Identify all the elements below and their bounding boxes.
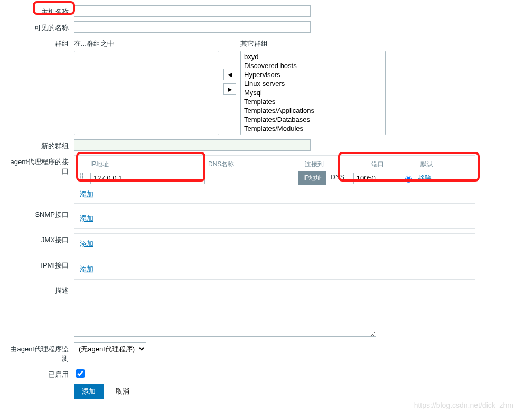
ipmi-label: IPMI接口 [5,259,74,270]
dns-input[interactable] [204,173,294,184]
add-agent-iface-link[interactable]: 添加 [80,189,93,199]
description-label: 描述 [5,284,74,295]
default-header: 默认 [420,160,447,169]
default-radio[interactable] [405,176,412,183]
watermark: https://blog.csdn.net/dick_zhm [414,401,513,409]
in-groups-listbox[interactable] [74,51,219,135]
move-right-button[interactable]: ▶ [223,83,236,95]
new-group-label: 新的群组 [5,139,74,151]
ipmi-box: 添加 [74,259,475,280]
connect-to-toggle[interactable]: IP地址 DNS [298,171,349,185]
agent-iface-box: IP地址 DNS名称 连接到 端口 默认 ⠿⠿ IP地址 DNS 移除 添加 [74,155,475,204]
monitored-by-label: 由agent代理程序监测 [5,342,74,364]
hostname-input[interactable] [74,5,311,17]
other-groups-title: 其它群组 [240,37,386,49]
description-textarea[interactable] [74,284,376,337]
snmp-label: SNMP接口 [5,208,74,219]
group-option[interactable]: Templates/Applications [242,106,384,115]
hostname-label: 主机名称 [5,5,74,17]
visible-name-label: 可见的名称 [5,21,74,33]
group-option[interactable]: Templates/Databases [242,115,384,124]
remove-iface-link[interactable]: 移除 [418,174,432,183]
port-input[interactable] [353,173,398,184]
enabled-checkbox[interactable] [76,369,85,378]
snmp-box: 添加 [74,208,475,229]
add-button[interactable]: 添加 [74,384,104,399]
group-option[interactable]: Templates/Network Devices [242,133,384,135]
connect-ip-button[interactable]: IP地址 [298,171,326,185]
ip-header: IP地址 [90,160,204,169]
group-option[interactable]: Templates [242,97,384,106]
add-jmx-link[interactable]: 添加 [80,240,93,247]
dns-header: DNS名称 [208,160,301,169]
group-option[interactable]: bxyd [242,52,384,61]
in-groups-title: 在...群组之中 [74,37,219,49]
jmx-box: 添加 [74,233,475,254]
connect-dns-button[interactable]: DNS [326,171,349,185]
drag-handle-icon[interactable]: ⠿⠿ [80,174,86,183]
visible-name-input[interactable] [74,21,311,33]
group-option[interactable]: Linux servers [242,79,384,88]
other-groups-listbox[interactable]: bxydDiscovered hostsHypervisorsLinux ser… [240,51,386,135]
add-ipmi-link[interactable]: 添加 [80,265,93,273]
groups-label: 群组 [5,37,74,49]
agent-iface-label: agent代理程序的接口 [5,155,74,176]
group-option[interactable]: Mysql [242,88,384,97]
ip-input[interactable] [90,173,200,184]
cancel-button[interactable]: 取消 [108,384,137,399]
jmx-label: JMX接口 [5,233,74,245]
add-snmp-link[interactable]: 添加 [80,214,93,222]
enabled-label: 已启用 [5,368,74,379]
port-header: 端口 [371,160,416,169]
move-left-button[interactable]: ◀ [223,69,236,80]
proxy-select[interactable]: (无agent代理程序) [74,342,146,355]
group-option[interactable]: Discovered hosts [242,61,384,70]
group-option[interactable]: Templates/Modules [242,124,384,133]
group-option[interactable]: Hypervisors [242,70,384,79]
connect-header: 连接到 [305,160,341,169]
new-group-input[interactable] [74,139,311,151]
